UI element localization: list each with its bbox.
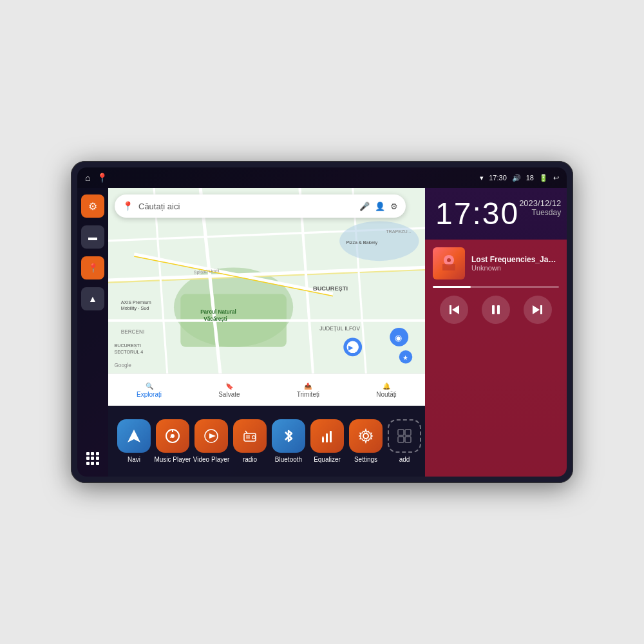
svg-text:★: ★: [402, 354, 408, 361]
nav-icon: ▲: [88, 294, 97, 304]
sidebar: ⚙ ▬ 📍 ▲: [77, 188, 108, 477]
app-music-player[interactable]: ♪ Music Player: [153, 419, 192, 463]
svg-rect-48: [330, 431, 332, 442]
map-search-icons: 🎤 👤 ⚙: [359, 202, 398, 211]
radio-icon: [233, 419, 267, 453]
svg-marker-63: [533, 305, 540, 314]
music-player-panel: Lost Frequencies_Janie... Unknown: [425, 240, 567, 477]
music-info-row: Lost Frequencies_Janie... Unknown: [433, 247, 559, 279]
app-grid-button[interactable]: [81, 447, 104, 470]
app-bluetooth[interactable]: Bluetooth: [269, 419, 308, 463]
device: ⌂ 📍 ▾ 17:30 🔊 18 🔋 ↩ ⚙ ▬: [71, 161, 573, 483]
volume-icon: 🔊: [512, 174, 521, 182]
sidebar-files-button[interactable]: ▬: [81, 225, 104, 249]
send-label: Trimiteți: [297, 391, 319, 398]
back-icon[interactable]: ↩: [553, 174, 559, 182]
map-container[interactable]: AXIS Premium Mobility - Sud Pizza & Bake…: [108, 188, 425, 374]
radio-label: radio: [243, 456, 257, 463]
battery-level: 18: [526, 174, 534, 182]
sidebar-nav-button[interactable]: ▲: [81, 287, 104, 310]
svg-rect-54: [405, 437, 411, 442]
svg-text:Mobility - Sud: Mobility - Sud: [121, 305, 149, 311]
svg-rect-51: [398, 430, 404, 435]
prev-button[interactable]: [440, 296, 468, 324]
svg-rect-53: [398, 437, 404, 442]
svg-rect-60: [492, 305, 495, 314]
music-text: Lost Frequencies_Janie... Unknown: [471, 255, 559, 272]
sidebar-settings-button[interactable]: ⚙: [81, 194, 104, 218]
svg-rect-49: [322, 436, 324, 438]
status-time: 17:30: [489, 174, 507, 182]
svg-text:AXIS Premium: AXIS Premium: [121, 299, 151, 305]
app-video-player[interactable]: Video Player: [192, 419, 231, 463]
app-add[interactable]: add: [385, 419, 424, 463]
music-title: Lost Frequencies_Janie...: [471, 255, 559, 264]
clock-date-main: 2023/12/12: [519, 198, 561, 208]
map-tab-send[interactable]: 📤 Trimiteți: [297, 383, 319, 398]
explore-icon: 🔍: [146, 383, 153, 390]
equalizer-icon: [310, 419, 344, 453]
svg-point-43: [252, 436, 256, 439]
account-icon[interactable]: 👤: [375, 202, 385, 211]
svg-marker-34: [128, 430, 140, 442]
bluetooth-label: Bluetooth: [275, 456, 302, 463]
news-icon: 🔔: [383, 383, 390, 390]
music-progress-bar[interactable]: [433, 286, 559, 288]
equalizer-label: Equalizer: [314, 456, 341, 463]
clock-time: 17:30: [435, 198, 519, 229]
send-icon: 📤: [304, 383, 312, 390]
device-screen: ⌂ 📍 ▾ 17:30 🔊 18 🔋 ↩ ⚙ ▬: [77, 167, 567, 477]
navi-icon: [117, 419, 151, 453]
add-icon: [388, 419, 421, 453]
add-label: add: [399, 456, 410, 463]
grid-icon: [86, 452, 99, 465]
saved-icon: 🔖: [225, 383, 233, 390]
bluetooth-icon: [272, 419, 305, 453]
wifi-icon: ▾: [480, 174, 484, 182]
video-player-icon: [194, 419, 228, 453]
app-navi[interactable]: Navi: [115, 419, 153, 463]
news-label: Noutăți: [376, 391, 397, 398]
svg-text:Văcărești: Văcărești: [204, 316, 227, 322]
status-bar-right: ▾ 17:30 🔊 18 🔋 ↩: [480, 174, 559, 182]
svg-text:BUCUREȘTI: BUCUREȘTI: [114, 343, 141, 348]
more-icon[interactable]: ⚙: [390, 202, 398, 211]
google-maps-icon: 📍: [122, 201, 133, 211]
map-tab-news[interactable]: 🔔 Noutăți: [376, 383, 397, 398]
explore-label: Explorați: [137, 391, 162, 398]
app-drawer: Navi ♪ Music Player: [108, 406, 425, 477]
status-bar: ⌂ 📍 ▾ 17:30 🔊 18 🔋 ↩: [77, 167, 567, 188]
album-art: [433, 247, 465, 279]
music-player-label: Music Player: [154, 456, 191, 463]
svg-text:◉: ◉: [395, 333, 402, 343]
svg-rect-52: [405, 430, 411, 435]
search-input[interactable]: Căutați aici: [138, 202, 354, 211]
svg-text:BERCENI: BERCENI: [121, 329, 145, 335]
svg-rect-57: [442, 264, 455, 270]
music-progress-fill: [433, 286, 471, 288]
svg-text:SECTORUL 4: SECTORUL 4: [114, 349, 143, 355]
app-equalizer[interactable]: Equalizer: [308, 419, 346, 463]
location-icon[interactable]: 📍: [97, 173, 108, 183]
svg-text:Pizza & Bakery: Pizza & Bakery: [346, 240, 377, 245]
maps-icon: 📍: [88, 263, 99, 273]
map-tab-saved[interactable]: 🔖 Salvate: [218, 383, 240, 398]
sidebar-maps-button[interactable]: 📍: [81, 256, 104, 279]
svg-marker-40: [209, 433, 216, 439]
svg-rect-41: [244, 433, 256, 441]
svg-point-56: [447, 258, 451, 262]
app-settings[interactable]: Settings: [346, 419, 385, 463]
home-icon[interactable]: ⌂: [85, 173, 90, 183]
map-tab-explore[interactable]: 🔍 Explorați: [137, 383, 162, 398]
svg-rect-47: [326, 433, 328, 442]
next-button[interactable]: [524, 296, 552, 324]
status-bar-left: ⌂ 📍: [85, 173, 108, 183]
mic-icon[interactable]: 🎤: [359, 202, 370, 211]
files-icon: ▬: [88, 232, 97, 242]
map-search-bar[interactable]: 📍 Căutați aici 🎤 👤 ⚙: [115, 194, 406, 218]
pause-button[interactable]: [482, 296, 510, 324]
app-radio[interactable]: radio: [231, 419, 269, 463]
clock-date-day: Tuesday: [519, 208, 561, 217]
video-player-label: Video Player: [193, 456, 230, 463]
settings-icon: ⚙: [88, 200, 97, 213]
